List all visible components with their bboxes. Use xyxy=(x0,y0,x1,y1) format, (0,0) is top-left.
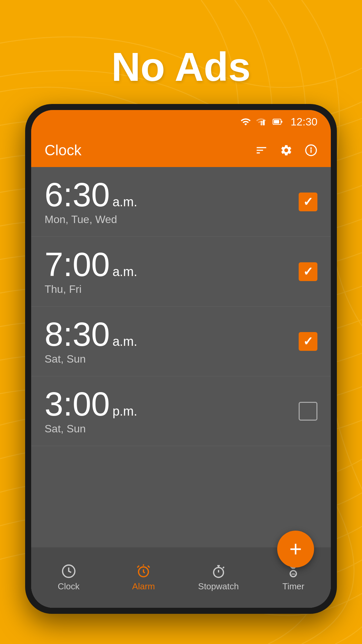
app-bar: Clock xyxy=(31,133,331,167)
alarm-time-row-2: 7:00 a.m. xyxy=(45,248,137,281)
add-icon: + xyxy=(289,538,302,560)
alarm-days-2: Thu, Fri xyxy=(45,283,137,296)
alarm-time-row-3: 8:30 a.m. xyxy=(45,317,137,351)
svg-point-14 xyxy=(214,568,223,577)
alarm-nav-label: Alarm xyxy=(132,581,155,592)
alarm-checkbox-1[interactable]: ✓ xyxy=(299,193,317,211)
alarm-nav-icon xyxy=(136,564,151,579)
alarm-ampm-1: a.m. xyxy=(113,195,137,209)
alarm-days-4: Sat, Sun xyxy=(45,423,137,435)
alarm-days-1: Mon, Tue, Wed xyxy=(45,213,137,226)
alarm-item-4[interactable]: 3:00 p.m. Sat, Sun xyxy=(31,376,331,446)
svg-line-11 xyxy=(137,566,139,568)
status-icons xyxy=(240,116,285,127)
svg-rect-4 xyxy=(274,120,279,124)
svg-line-17 xyxy=(223,567,224,568)
wifi-icon xyxy=(240,116,251,127)
nav-item-stopwatch[interactable]: Stopwatch xyxy=(181,564,256,592)
info-icon-btn[interactable] xyxy=(305,144,317,157)
svg-rect-1 xyxy=(263,120,264,125)
svg-rect-2 xyxy=(261,121,262,125)
signal-icon xyxy=(256,116,266,127)
nav-item-clock[interactable]: Clock xyxy=(31,564,106,592)
alarm-ampm-4: p.m. xyxy=(113,404,137,419)
alarm-item-1[interactable]: 6:30 a.m. Mon, Tue, Wed ✓ xyxy=(31,167,331,237)
app-bar-title: Clock xyxy=(45,142,255,159)
checkmark-1: ✓ xyxy=(303,195,313,209)
alarm-info-2: 7:00 a.m. Thu, Fri xyxy=(45,248,137,296)
checkmark-2: ✓ xyxy=(303,265,313,279)
alarm-checkbox-2[interactable]: ✓ xyxy=(299,262,317,281)
timer-nav-label: Timer xyxy=(283,581,304,592)
no-ads-title: No Ads xyxy=(0,44,362,90)
stopwatch-nav-icon xyxy=(211,564,226,579)
nav-item-alarm[interactable]: Alarm xyxy=(106,564,181,592)
alarm-time-row-1: 6:30 a.m. xyxy=(45,178,137,211)
alarm-info-3: 8:30 a.m. Sat, Sun xyxy=(45,317,137,365)
alarm-item-2[interactable]: 7:00 a.m. Thu, Fri ✓ xyxy=(31,237,331,307)
add-alarm-fab[interactable]: + xyxy=(277,531,314,568)
info-icon xyxy=(305,144,317,157)
main-content: 6:30 a.m. Mon, Tue, Wed ✓ 7:00 a.m. xyxy=(31,167,331,608)
battery-icon xyxy=(271,116,285,127)
alarm-item-3[interactable]: 8:30 a.m. Sat, Sun ✓ xyxy=(31,307,331,376)
filter-icon-btn[interactable] xyxy=(255,144,268,157)
settings-icon xyxy=(280,144,293,157)
status-bar: 12:30 xyxy=(31,110,331,133)
filter-icon xyxy=(255,144,268,157)
alarm-time-2: 7:00 xyxy=(45,248,110,281)
alarm-info-1: 6:30 a.m. Mon, Tue, Wed xyxy=(45,178,137,226)
nav-item-timer[interactable]: Timer xyxy=(256,564,331,592)
alarm-info-4: 3:00 p.m. Sat, Sun xyxy=(45,387,137,435)
stopwatch-nav-label: Stopwatch xyxy=(198,581,239,592)
alarm-time-1: 6:30 xyxy=(45,178,110,211)
checkmark-3: ✓ xyxy=(303,334,313,348)
settings-icon-btn[interactable] xyxy=(280,144,293,157)
alarm-checkbox-3[interactable]: ✓ xyxy=(299,332,317,351)
alarm-time-row-4: 3:00 p.m. xyxy=(45,387,137,421)
alarm-ampm-2: a.m. xyxy=(113,265,137,279)
alarm-checkbox-4[interactable] xyxy=(299,402,317,421)
alarm-time-3: 8:30 xyxy=(45,317,110,351)
phone-screen: 12:30 Clock xyxy=(31,110,331,608)
app-bar-actions xyxy=(255,144,317,157)
clock-nav-icon xyxy=(61,564,76,579)
phone-mockup: 12:30 Clock xyxy=(25,104,337,614)
alarm-list-container: 6:30 a.m. Mon, Tue, Wed ✓ 7:00 a.m. xyxy=(31,167,331,608)
alarm-days-3: Sat, Sun xyxy=(45,353,137,365)
alarm-time-4: 3:00 xyxy=(45,387,110,421)
svg-rect-5 xyxy=(281,121,282,122)
svg-line-12 xyxy=(148,566,150,568)
status-time: 12:30 xyxy=(291,116,317,128)
alarm-ampm-3: a.m. xyxy=(113,334,137,349)
clock-nav-label: Clock xyxy=(58,581,79,592)
